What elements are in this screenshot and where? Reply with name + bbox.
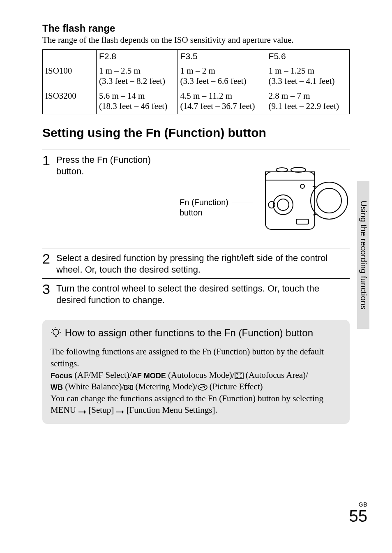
table-cell: 1 m – 2 m (3.3 feet – 6.6 feet) — [178, 64, 266, 89]
svg-line-16 — [59, 329, 60, 330]
table-header-blank — [43, 50, 97, 64]
focus-label: Focus — [51, 371, 72, 381]
steps-list: 1 Press the Fn (Function) button. Fn (Fu… — [42, 150, 350, 309]
lightbulb-icon — [51, 326, 62, 341]
table-header-f28: F2.8 — [97, 50, 178, 64]
svg-point-10 — [268, 201, 275, 208]
tip-text: You can change the functions assigned to… — [51, 393, 323, 403]
tip-text: [Setup] — [88, 405, 116, 415]
svg-rect-20 — [125, 385, 127, 389]
svg-point-11 — [300, 184, 304, 188]
tip-text: (AF/MF Select)/ — [72, 370, 132, 380]
step-2: 2 Select a desired function by pressing … — [42, 248, 350, 278]
af-mode-label: AF MODE — [132, 371, 166, 381]
autofocus-area-icon — [235, 373, 244, 379]
svg-point-9 — [277, 199, 289, 211]
tip-box: How to assign other functions to the Fn … — [42, 320, 350, 424]
table-header-f56: F5.6 — [266, 50, 349, 64]
tip-body: The following functions are assigned to … — [51, 346, 341, 416]
svg-line-4 — [313, 186, 317, 187]
picture-effect-icon — [198, 384, 208, 391]
flash-range-table: F2.8 F3.5 F5.6 ISO100 1 m – 2.5 m (3.3 f… — [42, 49, 350, 114]
cell-imperial: (3.3 feet – 6.6 feet) — [180, 76, 263, 86]
table-row: ISO100 1 m – 2.5 m (3.3 feet – 8.2 feet)… — [43, 64, 350, 89]
cell-imperial: (3.3 feet – 4.1 feet) — [269, 76, 347, 86]
svg-rect-12 — [296, 219, 309, 224]
side-chapter-label: Using the recording functions — [359, 201, 368, 310]
tip-text: (Metering Mode)/ — [133, 382, 197, 391]
flash-range-heading: The flash range — [42, 23, 350, 34]
step-number: 3 — [42, 281, 56, 296]
page-number-block: GB 55 — [349, 501, 368, 524]
leader-line — [232, 203, 253, 203]
arrow-right-icon — [78, 410, 86, 414]
svg-point-2 — [311, 182, 348, 219]
white-balance-label: WB — [51, 382, 63, 392]
tip-menu-label: MENU — [51, 405, 76, 415]
table-cell: 1 m – 2.5 m (3.3 feet – 8.2 feet) — [97, 64, 178, 89]
step-number: 1 — [42, 153, 56, 167]
arrow-right-icon — [116, 410, 124, 414]
camera-illustration — [263, 162, 350, 238]
cell-metric: 1 m – 2.5 m — [99, 66, 175, 76]
step-number: 2 — [42, 251, 56, 266]
svg-rect-21 — [130, 385, 133, 389]
cell-imperial: (14.7 feet – 36.7 feet) — [180, 101, 263, 111]
table-cell: 5.6 m – 14 m (18.3 feet – 46 feet) — [97, 89, 178, 114]
table-row-label-iso3200: ISO3200 — [43, 89, 97, 114]
svg-point-8 — [273, 195, 293, 215]
figure-callout-line1: Fn (Function) — [180, 198, 228, 207]
tip-text: (Picture Effect) — [208, 382, 263, 391]
tip-paragraph-3: You can change the functions assigned to… — [51, 393, 341, 416]
table-header-f35: F3.5 — [178, 50, 266, 64]
metering-mode-icon — [124, 384, 133, 391]
table-cell: 1 m – 1.25 m (3.3 feet – 4.1 feet) — [266, 64, 349, 89]
tip-title-text: How to assign other functions to the Fn … — [65, 327, 313, 338]
svg-line-15 — [52, 329, 53, 330]
step-text: Press the Fn (Function) button. — [56, 154, 180, 245]
cell-metric: 5.6 m – 14 m — [99, 91, 175, 101]
cell-metric: 1 m – 1.25 m — [269, 66, 347, 76]
step-text: Select a desired function by pressing th… — [56, 251, 350, 275]
cell-metric: 2.8 m – 7 m — [269, 91, 347, 101]
cell-imperial: (9.1 feet – 22.9 feet) — [269, 101, 347, 111]
svg-point-23 — [128, 387, 129, 388]
cell-imperial: (3.3 feet – 8.2 feet) — [99, 76, 175, 86]
page-number: 55 — [349, 508, 368, 524]
cell-imperial: (18.3 feet – 46 feet) — [99, 101, 175, 111]
svg-point-25 — [204, 386, 205, 387]
tip-text: (Autofocus Area)/ — [244, 370, 308, 380]
figure-callout-label: Fn (Function) button — [180, 197, 228, 218]
cell-metric: 4.5 m – 11.2 m — [180, 91, 263, 101]
step-figure: Fn (Function) button — [180, 154, 350, 245]
table-row-label-iso100: ISO100 — [43, 64, 97, 89]
step-text: Turn the control wheel to select the des… — [56, 281, 350, 305]
tip-text: (Autofocus Mode)/ — [166, 370, 235, 380]
table-cell: 4.5 m – 11.2 m (14.7 feet – 36.7 feet) — [178, 89, 266, 114]
tip-paragraph-2: Focus (AF/MF Select)/AF MODE (Autofocus … — [51, 369, 341, 393]
tip-text: [Function Menu Settings]. — [127, 405, 217, 415]
svg-point-13 — [53, 329, 59, 335]
svg-point-3 — [317, 188, 341, 213]
step-3: 3 Turn the control wheel to select the d… — [42, 278, 350, 309]
figure-callout-line2: button — [180, 208, 203, 217]
tip-text: (White Balance)/ — [63, 382, 124, 391]
step-1: 1 Press the Fn (Function) button. Fn (Fu… — [42, 150, 350, 248]
svg-point-7 — [276, 168, 288, 172]
tip-title: How to assign other functions to the Fn … — [51, 326, 341, 341]
table-row: ISO3200 5.6 m – 14 m (18.3 feet – 46 fee… — [43, 89, 350, 114]
svg-line-5 — [313, 214, 317, 215]
flash-range-intro: The range of the flash depends on the IS… — [42, 35, 350, 45]
side-chapter-tab: Using the recording functions — [357, 181, 369, 329]
cell-metric: 1 m – 2 m — [180, 66, 263, 76]
tip-paragraph-1: The following functions are assigned to … — [51, 346, 341, 369]
document-page: Using the recording functions GB 55 The … — [0, 0, 392, 553]
svg-rect-1 — [265, 172, 315, 180]
table-cell: 2.8 m – 7 m (9.1 feet – 22.9 feet) — [266, 89, 349, 114]
table-header-row: F2.8 F3.5 F5.6 — [43, 50, 350, 64]
main-heading: Setting using the Fn (Function) button — [42, 126, 350, 140]
